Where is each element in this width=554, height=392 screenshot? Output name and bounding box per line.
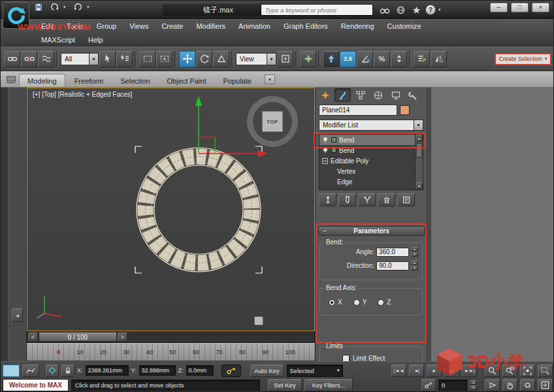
ribbon-toggle-icon[interactable] <box>5 73 18 86</box>
menu-customize[interactable]: Customize <box>381 22 428 30</box>
modifier-list-dropdown[interactable]: Modifier List ▾ <box>319 120 423 131</box>
maxscript-mini-listener[interactable]: Welcome to MAX <box>3 379 69 391</box>
viewcube-top-face[interactable]: TOP <box>262 111 283 132</box>
auto-key-button[interactable]: Auto Key <box>250 365 284 377</box>
object-name-field[interactable]: Plane014 <box>319 105 397 116</box>
current-frame-field[interactable]: 0 <box>438 380 467 391</box>
angle-spin-up[interactable]: ▴ <box>411 247 418 252</box>
viewport-layout-tab-button[interactable] <box>3 365 20 377</box>
zoom-region-button[interactable] <box>538 365 553 377</box>
viewport-canvas[interactable]: [+] [Top] [Realistic + Edged Faces] <box>27 88 315 331</box>
help-icon[interactable]: ? <box>425 5 436 15</box>
mini-curve-editor-button[interactable] <box>22 365 39 377</box>
previous-frame-button[interactable]: ◄| <box>409 365 424 377</box>
motion-tab[interactable] <box>370 88 386 102</box>
percent-snap-toggle-button[interactable]: % <box>374 51 390 67</box>
z-coordinate-field[interactable]: 0.0mm <box>186 365 214 376</box>
ribbon-tab-freeform[interactable]: Freeform <box>67 74 112 87</box>
ribbon-tab-selection[interactable]: Selection <box>112 74 157 87</box>
track-bar[interactable]: 0 10 20 30 40 50 60 70 80 90 100 <box>27 343 315 361</box>
axis-y-radio[interactable]: Y <box>353 299 367 306</box>
display-tab[interactable] <box>387 88 404 102</box>
window-crossing-toggle-button[interactable] <box>156 51 172 67</box>
reference-coordinate-system-dropdown[interactable]: View ▾ <box>236 53 276 65</box>
mirror-button[interactable] <box>431 51 447 67</box>
set-key-button[interactable]: Set Key <box>268 379 302 391</box>
ribbon-tab-object-paint[interactable]: Object Paint <box>159 74 214 87</box>
angle-snap-toggle-button[interactable] <box>357 51 373 67</box>
minimize-button[interactable]: ─ <box>490 3 508 12</box>
next-frame-arrow[interactable]: > <box>118 333 127 342</box>
selection-crosshair-button[interactable] <box>46 365 59 377</box>
menu-animation[interactable]: Animation <box>232 22 277 30</box>
direction-spin-up[interactable]: ▴ <box>411 261 418 265</box>
maximize-button[interactable]: □ <box>511 3 529 12</box>
bind-to-space-warp-button[interactable] <box>38 51 54 67</box>
frame-spin-down[interactable]: ▾ <box>470 385 477 390</box>
frame-spin-up[interactable]: ▴ <box>470 380 477 385</box>
scene-explorer-expand-button[interactable]: ◂ <box>12 308 23 322</box>
scroll-down-icon[interactable]: ▾ <box>416 182 423 189</box>
viewport-label[interactable]: [+] [Top] [Realistic + Edged Faces] <box>33 91 132 98</box>
spinner-snap-toggle-button[interactable] <box>391 51 407 67</box>
show-end-result-button[interactable] <box>338 193 356 206</box>
make-unique-button[interactable] <box>358 193 376 206</box>
modify-tab[interactable] <box>334 88 351 102</box>
select-and-link-button[interactable] <box>4 51 20 67</box>
hierarchy-tab[interactable] <box>352 88 368 102</box>
menu-group[interactable]: Group <box>90 22 123 30</box>
save-file-button[interactable] <box>32 1 45 13</box>
time-slider[interactable]: < 0 / 100 > <box>27 331 315 343</box>
direction-spin-down[interactable]: ▾ <box>411 266 418 270</box>
select-and-rotate-button[interactable] <box>196 51 212 67</box>
select-and-scale-button[interactable] <box>213 51 229 67</box>
selected-dropdown[interactable]: Selected ▾ <box>287 365 343 377</box>
axis-z-radio[interactable]: Z <box>378 299 391 306</box>
remove-modifier-button[interactable] <box>378 193 395 206</box>
collapse-minus-icon[interactable] <box>322 158 328 164</box>
stack-item-bend-1[interactable]: Bend <box>319 135 423 145</box>
menu-maxscript[interactable]: MAXScript <box>35 36 82 44</box>
create-tab[interactable] <box>317 88 333 102</box>
orbit-button[interactable] <box>520 379 535 391</box>
previous-frame-arrow[interactable]: < <box>28 333 38 342</box>
parameters-rollout-header[interactable]: − Parameters <box>318 226 425 236</box>
axis-x-radio[interactable]: X <box>329 299 342 306</box>
lightbulb-icon[interactable] <box>322 137 329 144</box>
help-dropdown-icon[interactable]: ▾ <box>438 7 444 12</box>
viewport-status-icon[interactable] <box>254 316 263 325</box>
stack-item-edge[interactable]: Edge <box>319 176 423 187</box>
named-selection-set-field[interactable]: Create Selection ▾ <box>495 53 551 65</box>
search-box[interactable] <box>261 4 373 16</box>
stack-item-vertex[interactable]: Vertex <box>319 166 423 176</box>
direction-field[interactable]: 90.0 <box>376 261 409 270</box>
menu-graph-editors[interactable]: Graph Editors <box>277 22 334 30</box>
undo-button[interactable] <box>48 1 61 13</box>
key-filters-button[interactable]: Key Filters... <box>304 379 353 391</box>
ribbon-tab-modeling[interactable]: Modeling <box>19 74 65 87</box>
key-mode-toggle[interactable] <box>421 379 436 391</box>
pan-button[interactable] <box>502 379 517 391</box>
y-coordinate-field[interactable]: 32.898mm <box>139 365 176 376</box>
select-object-button[interactable] <box>99 51 116 67</box>
scroll-up-icon[interactable]: ▴ <box>416 135 423 142</box>
select-and-move-button[interactable] <box>179 51 195 67</box>
limit-effect-checkbox[interactable] <box>342 355 350 361</box>
utilities-tab[interactable] <box>405 88 421 102</box>
pin-stack-button[interactable] <box>319 193 336 206</box>
select-by-name-button[interactable] <box>116 51 133 67</box>
stack-scrollbar[interactable]: ▴ ▾ <box>415 135 423 189</box>
menu-create[interactable]: Create <box>155 22 189 30</box>
angle-field[interactable]: 360.0 <box>376 248 409 257</box>
go-to-start-button[interactable]: |◄◄ <box>391 365 406 377</box>
snaps-toggle-button[interactable]: 2.5 <box>340 51 356 67</box>
rectangular-selection-region-button[interactable] <box>139 51 155 67</box>
x-coordinate-field[interactable]: 2389.261mm <box>86 365 129 376</box>
limit-effect-checkbox-row[interactable]: Limit Effect <box>342 355 422 361</box>
redo-button[interactable] <box>71 1 84 13</box>
transform-key-button[interactable] <box>221 365 241 377</box>
menu-rendering[interactable]: Rendering <box>334 22 381 30</box>
object-color-swatch[interactable] <box>400 105 410 115</box>
time-slider-thumb[interactable]: 0 / 100 <box>39 333 117 342</box>
ribbon-minimize-button[interactable]: ▾ <box>265 74 275 84</box>
